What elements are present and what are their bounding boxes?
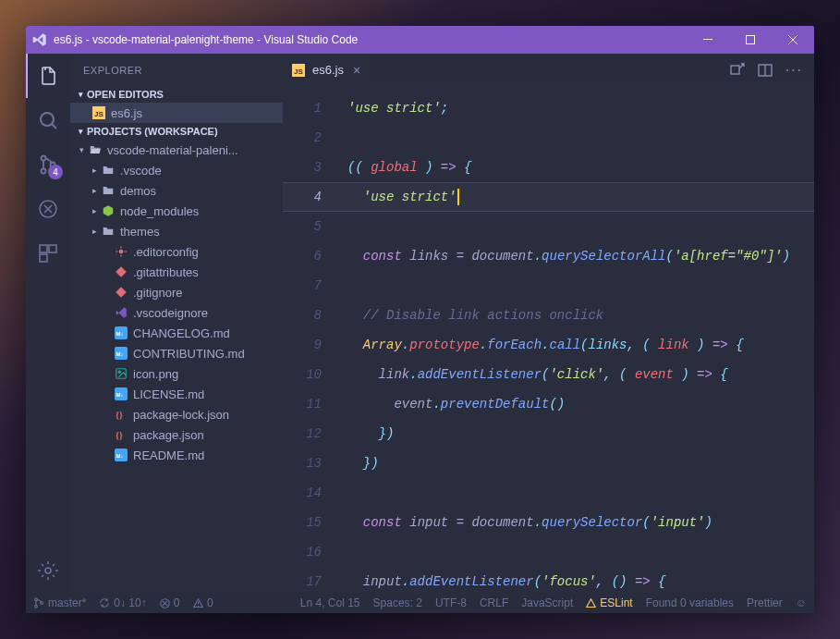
tree-item[interactable]: ▸themes — [70, 221, 283, 241]
svg-text:M↓: M↓ — [116, 331, 124, 337]
problems-status[interactable]: 0 0 — [160, 596, 213, 609]
file-icon — [87, 143, 103, 156]
git-sync-status[interactable]: 0↓ 10↑ — [99, 596, 146, 609]
tree-item[interactable]: M↓CHANGELOG.md — [70, 323, 283, 343]
svg-rect-8 — [49, 245, 56, 252]
tree-item[interactable]: .editorconfig — [70, 241, 283, 262]
git-branch-status[interactable]: master* — [33, 596, 86, 609]
tree-item[interactable]: .gitattributes — [70, 262, 283, 282]
file-icon: M↓ — [113, 387, 129, 400]
svg-text:{}: {} — [116, 430, 123, 440]
editor-tabs: JS es6.js × ··· — [283, 54, 814, 86]
workspace-header[interactable]: ▾PROJECTS (WORKSPACE) — [70, 123, 283, 140]
tree-item[interactable]: ▸node_modules — [70, 201, 283, 221]
svg-point-32 — [35, 605, 38, 608]
tab-close-icon[interactable]: × — [353, 63, 360, 78]
file-icon — [100, 204, 116, 217]
scm-badge: 4 — [48, 165, 63, 179]
compare-icon[interactable] — [730, 63, 745, 78]
svg-text:JS: JS — [294, 68, 303, 76]
tree-item[interactable]: ▸.vscode — [70, 160, 283, 180]
file-icon: {} — [113, 428, 129, 441]
file-icon: M↓ — [113, 326, 129, 339]
cursor-position-status[interactable]: Ln 4, Col 15 — [300, 596, 360, 609]
svg-point-3 — [42, 156, 46, 161]
activity-bar: 4 — [26, 54, 70, 593]
svg-text:M↓: M↓ — [116, 392, 124, 398]
svg-rect-7 — [40, 245, 47, 252]
file-icon — [113, 245, 129, 258]
language-status[interactable]: JavaScript — [521, 596, 573, 609]
tab-label: es6.js — [312, 63, 344, 77]
file-icon — [100, 164, 116, 177]
tree-item[interactable]: ▾vscode-material-paleni... — [70, 140, 283, 160]
feedback-icon[interactable]: ☺ — [796, 596, 807, 609]
tree-item[interactable]: .vscodeignore — [70, 302, 283, 323]
explorer-activity-icon[interactable] — [26, 54, 70, 98]
vscode-logo-icon — [26, 32, 54, 47]
svg-point-13 — [119, 250, 124, 254]
svg-text:M↓: M↓ — [116, 351, 124, 357]
search-activity-icon[interactable] — [26, 98, 70, 142]
more-actions-icon[interactable]: ··· — [785, 62, 803, 79]
tree-item[interactable]: {}package.json — [70, 424, 283, 445]
file-icon — [100, 184, 116, 197]
js-file-icon: JS — [292, 64, 307, 77]
svg-rect-1 — [747, 36, 755, 44]
eol-status[interactable]: CRLF — [480, 596, 508, 609]
vscode-window: es6.js - vscode-material-palenight-theme… — [26, 26, 814, 613]
svg-rect-0 — [703, 39, 712, 40]
tree-item[interactable]: .gitignore — [70, 282, 283, 302]
debug-activity-icon[interactable] — [26, 187, 70, 231]
settings-gear-icon[interactable] — [26, 548, 70, 593]
file-icon: M↓ — [113, 347, 129, 360]
tree-item[interactable]: ▸demos — [70, 180, 283, 201]
svg-text:{}: {} — [116, 410, 123, 420]
svg-text:M↓: M↓ — [116, 453, 124, 459]
prettier-status[interactable]: Prettier — [747, 596, 783, 609]
titlebar[interactable]: es6.js - vscode-material-palenight-theme… — [26, 26, 814, 54]
tab-es6[interactable]: JS es6.js × — [283, 54, 370, 86]
file-icon: JS — [91, 106, 107, 119]
extensions-activity-icon[interactable] — [26, 231, 70, 276]
file-icon — [113, 306, 129, 319]
svg-point-19 — [118, 371, 120, 373]
code-editor[interactable]: 1234567891011121314151617 'use strict';(… — [283, 86, 814, 593]
tree-item[interactable]: icon.png — [70, 363, 283, 384]
spaces-status[interactable]: Spaces: 2 — [373, 596, 422, 609]
file-icon — [113, 265, 129, 278]
svg-point-4 — [42, 169, 46, 174]
found-vars-status[interactable]: Found 0 variables — [646, 596, 734, 609]
encoding-status[interactable]: UTF-8 — [435, 596, 467, 609]
split-editor-icon[interactable] — [758, 63, 773, 78]
minimize-button[interactable] — [687, 26, 729, 54]
tree-item[interactable]: M↓README.md — [70, 445, 283, 465]
eslint-status[interactable]: ESLint — [586, 596, 632, 609]
editor-area: JS es6.js × ··· 123456789101112131415161… — [283, 54, 814, 593]
svg-point-2 — [41, 113, 54, 126]
svg-rect-28 — [731, 66, 739, 74]
tree-item[interactable]: M↓LICENSE.md — [70, 384, 283, 404]
svg-point-31 — [35, 598, 38, 601]
status-bar: master* 0↓ 10↑ 0 0 Ln 4, Col 15 Spaces: … — [26, 593, 814, 613]
file-icon: {} — [113, 408, 129, 421]
file-icon: M↓ — [113, 449, 129, 461]
explorer-title: EXPLORER — [70, 54, 283, 86]
open-editor-item[interactable]: JSes6.js — [70, 103, 283, 123]
close-button[interactable] — [772, 26, 814, 54]
open-editors-header[interactable]: ▾OPEN EDITORS — [70, 86, 283, 103]
scm-activity-icon[interactable]: 4 — [26, 142, 70, 187]
explorer-sidebar: EXPLORER ▾OPEN EDITORS JSes6.js ▾PROJECT… — [70, 54, 283, 593]
svg-point-10 — [45, 568, 51, 573]
tree-item[interactable]: M↓CONTRIBUTING.md — [70, 343, 283, 363]
svg-text:JS: JS — [94, 110, 103, 118]
svg-rect-9 — [40, 254, 47, 262]
file-icon — [113, 367, 129, 380]
file-icon — [113, 286, 129, 299]
window-title: es6.js - vscode-material-palenight-theme… — [54, 33, 687, 46]
maximize-button[interactable] — [729, 26, 772, 54]
tree-item[interactable]: {}package-lock.json — [70, 404, 283, 424]
file-icon — [100, 225, 116, 238]
